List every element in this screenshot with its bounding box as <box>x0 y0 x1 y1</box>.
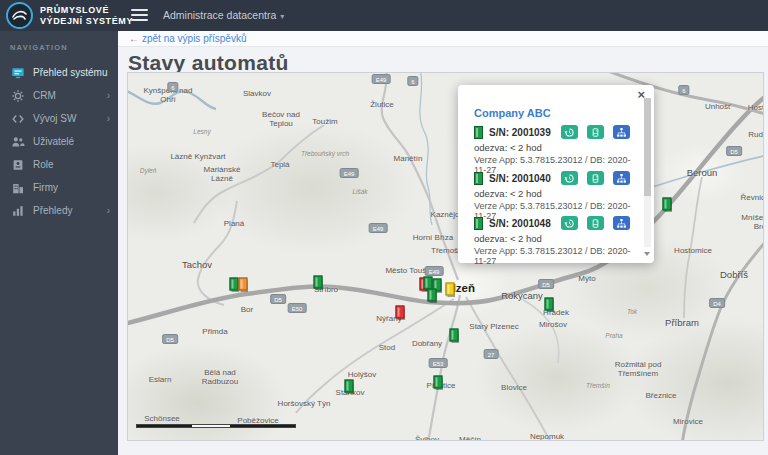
breadcrumb-bar: ←zpět na výpis příspěvků <box>118 31 768 47</box>
vending-machine-status-icon <box>474 217 483 230</box>
sitemap-button[interactable] <box>613 216 630 230</box>
map[interactable]: Kynšperk nad OhříSlavkovBečov nad Teplou… <box>127 72 764 441</box>
datacenter-admin-menu[interactable]: Administrace datacentra▾ <box>163 9 284 21</box>
map-marker-green[interactable] <box>434 376 443 389</box>
map-marker-orange[interactable] <box>239 278 248 291</box>
users-icon <box>11 135 25 149</box>
machine-serial: S/N: 2001039 <box>489 127 551 138</box>
back-link[interactable]: ←zpět na výpis příspěvků <box>129 33 247 44</box>
vending-machine-status-icon <box>474 126 483 139</box>
map-marker-red[interactable] <box>396 306 405 319</box>
machine-response: odezva: < 2 hod <box>474 142 640 153</box>
badge-icon <box>11 158 25 172</box>
chevron-right-icon: › <box>107 205 110 216</box>
machine-detail-button[interactable] <box>587 216 604 230</box>
sidebar-item-crm[interactable]: CRM › <box>0 84 118 107</box>
map-marker-green[interactable] <box>663 198 672 211</box>
vending-machine-status-icon <box>474 172 483 185</box>
machine-entry: S/N: 2001040 odezva: < 2 hod Verze App: … <box>474 171 640 221</box>
gear-icon <box>11 89 25 103</box>
sidebar-item-firmy[interactable]: Firmy <box>0 176 118 199</box>
map-marker-green[interactable] <box>545 298 554 311</box>
machine-serial: S/N: 2001040 <box>489 173 551 184</box>
code-icon <box>11 112 25 126</box>
sidebar: NAVIGATION Přehled systému CRM › Vývoj S… <box>0 31 118 455</box>
map-scale-bar <box>136 424 296 428</box>
scrollbar-down-arrow-icon[interactable] <box>644 252 650 256</box>
sidebar-item-prehled-systemu[interactable]: Přehled systému <box>0 61 118 84</box>
machine-detail-button[interactable] <box>587 125 604 139</box>
map-marker-green[interactable] <box>230 278 239 291</box>
map-marker-green[interactable] <box>345 380 354 393</box>
history-button[interactable] <box>561 171 578 185</box>
machine-version: Verze App: 5.3.7815.23012 / DB: 2020-11-… <box>474 246 640 266</box>
nav-section-label: NAVIGATION <box>10 43 68 52</box>
machine-response: odezva: < 2 hod <box>474 233 640 244</box>
menu-icon[interactable] <box>131 9 148 22</box>
machine-response: odezva: < 2 hod <box>474 188 640 199</box>
sitemap-button[interactable] <box>613 171 630 185</box>
machine-detail-button[interactable] <box>587 171 604 185</box>
map-markers <box>128 73 763 440</box>
map-marker-green[interactable] <box>428 289 437 302</box>
dashboard-icon <box>11 66 25 80</box>
sidebar-item-uzivatele[interactable]: Uživatelé <box>0 130 118 153</box>
chart-icon <box>11 204 25 218</box>
history-button[interactable] <box>561 125 578 139</box>
sidebar-item-prehledy[interactable]: Přehledy › <box>0 199 118 222</box>
logo <box>6 2 33 29</box>
machine-entry: S/N: 2001048 odezva: < 2 hod Verze App: … <box>474 216 640 266</box>
machine-popup: × Company ABC S/N: 2001039 odezva: < 2 h… <box>458 85 654 263</box>
company-name: Company ABC <box>474 107 551 119</box>
popup-scrollbar[interactable] <box>644 98 651 247</box>
chevron-right-icon: › <box>107 113 110 124</box>
chevron-right-icon: › <box>107 90 110 101</box>
main-content: ←zpět na výpis příspěvků Stavy automatů … <box>118 31 768 455</box>
logo-swirl-icon <box>10 6 29 25</box>
map-marker-green[interactable] <box>450 329 459 342</box>
chevron-down-icon: ▾ <box>280 12 284 21</box>
back-arrow-icon: ← <box>129 33 139 44</box>
sidebar-item-vyvoj-sw[interactable]: Vývoj SW › <box>0 107 118 130</box>
scrollbar-thumb[interactable] <box>644 98 651 196</box>
machine-entry: S/N: 2001039 odezva: < 2 hod Verze App: … <box>474 125 640 175</box>
map-marker-green[interactable] <box>314 276 323 289</box>
sitemap-button[interactable] <box>613 125 630 139</box>
map-marker-yellow[interactable] <box>446 283 455 296</box>
history-button[interactable] <box>561 216 578 230</box>
topbar: PRŮMYSLOVÉ VÝDEJNÍ SYSTÉMY Administrace … <box>0 0 768 31</box>
sidebar-item-role[interactable]: Role <box>0 153 118 176</box>
machine-serial: S/N: 2001048 <box>489 218 551 229</box>
brand-title: PRŮMYSLOVÉ VÝDEJNÍ SYSTÉMY <box>40 5 133 26</box>
building-icon <box>11 181 25 195</box>
